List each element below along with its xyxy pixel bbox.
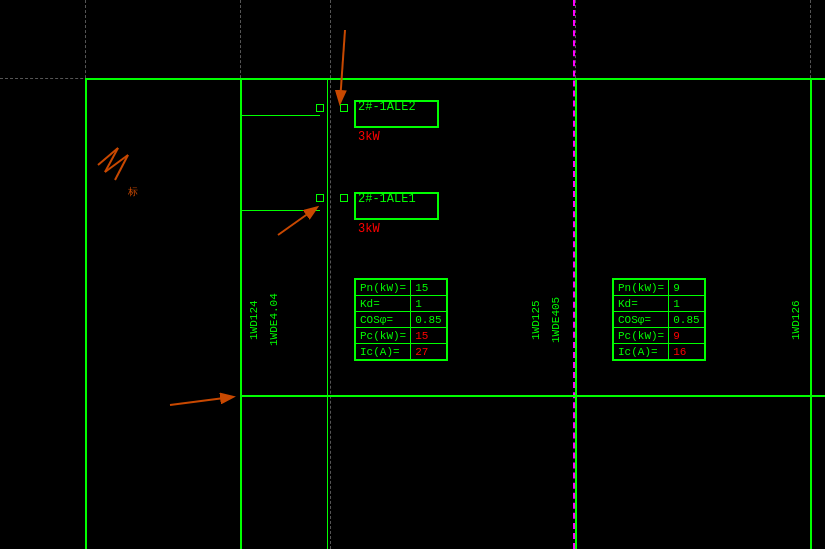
table-cell-label: Ic(A)= [614,344,669,360]
arrow-to-ale1 [278,208,316,235]
table-cell-label: COSφ= [356,312,411,328]
table-cell-label: Pn(kW)= [614,280,669,296]
table-row: Kd= 1 [356,296,447,312]
table-cell-value-red: 9 [669,328,704,344]
grid-v-3 [330,0,331,549]
table-cell-label: Ic(A)= [356,344,411,360]
label-1wde405: 1WDE405 [550,240,562,400]
table-row: Pn(kW)= 15 [356,280,447,296]
bus-line-4 [810,78,812,549]
bottom-h-line [240,395,825,397]
conn-sq-3 [316,194,324,202]
arrow-to-ale2 [340,30,345,102]
conn-sq-1 [316,104,324,112]
annotation-line-2 [105,148,118,172]
table-cell-value-red: 16 [669,344,704,360]
comp-sublabel-ale2: 3kW [358,130,380,144]
main-canvas: 1WD124 1WDE4.04 1WD125 1WDE405 1WD126 2#… [0,0,825,549]
table-cell-value-red: 27 [411,344,446,360]
table-row: Kd= 1 [614,296,705,312]
bus-line-3 [575,78,577,549]
comp-sublabel-ale1: 3kW [358,222,380,236]
comp-h-line-1 [240,115,320,116]
magenta-line [573,0,575,549]
data-table-left: Pn(kW)= 15 Kd= 1 COSφ= 0.85 Pc(kW)= 15 I… [354,278,448,361]
table-row: Pc(kW)= 15 [356,328,447,344]
table-cell-label: COSφ= [614,312,669,328]
table-cell-value: 1 [669,296,704,312]
table-cell-value: 9 [669,280,704,296]
table-row: Ic(A)= 16 [614,344,705,360]
comp-label-ale1: 2#-1ALE1 [358,192,416,206]
arrows-layer: 标 [0,0,825,549]
comp-vert-line [327,78,328,549]
table-cell-value: 1 [411,296,446,312]
label-1wd125: 1WD125 [530,250,542,390]
annotation-line-1 [98,148,118,165]
annotation-text: 标 [127,186,138,198]
table-cell-value-red: 15 [411,328,446,344]
annotation-line-3 [105,155,128,172]
table-row: Ic(A)= 27 [356,344,447,360]
comp-label-ale2: 2#-1ALE2 [358,100,416,114]
arrow-bottom [170,397,232,405]
annotation-line-4 [115,155,128,180]
table-cell-value: 15 [411,280,446,296]
top-bus-h [85,78,825,80]
table-row: Pn(kW)= 9 [614,280,705,296]
bus-line-2 [240,78,242,549]
label-1wd124: 1WD124 [248,250,260,390]
table-row: COSφ= 0.85 [356,312,447,328]
table-cell-value: 0.85 [669,312,704,328]
table-cell-value: 0.85 [411,312,446,328]
table-row: Pc(kW)= 9 [614,328,705,344]
table-cell-label: Kd= [614,296,669,312]
table-cell-label: Pn(kW)= [356,280,411,296]
conn-sq-2 [340,104,348,112]
label-1wde404: 1WDE4.04 [268,240,280,400]
conn-sq-4 [340,194,348,202]
table-cell-label: Pc(kW)= [614,328,669,344]
table-cell-label: Kd= [356,296,411,312]
label-1wd126: 1WD126 [790,250,802,390]
table-row: COSφ= 0.85 [614,312,705,328]
table-cell-label: Pc(kW)= [356,328,411,344]
data-table-right: Pn(kW)= 9 Kd= 1 COSφ= 0.85 Pc(kW)= 9 Ic(… [612,278,706,361]
bus-line-1 [85,78,87,549]
comp-h-line-2 [240,210,320,211]
